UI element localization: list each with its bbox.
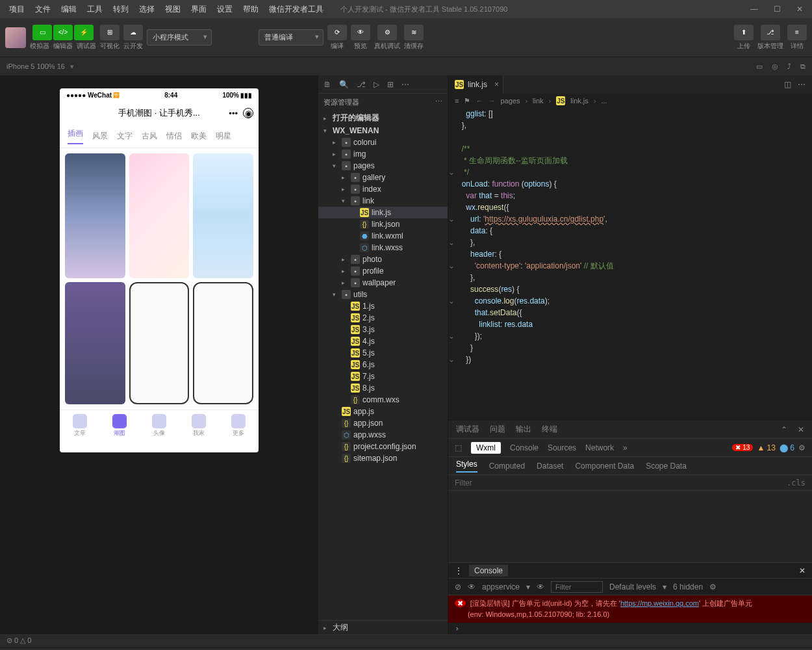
wallpaper-thumb[interactable] bbox=[193, 282, 253, 404]
mode-select[interactable]: 小程序模式 bbox=[147, 29, 212, 46]
tree-node[interactable]: ▸▪img bbox=[318, 148, 448, 160]
tree-node[interactable]: {}sitemap.json bbox=[318, 452, 448, 464]
terminal-tab[interactable]: 终端 bbox=[542, 424, 557, 435]
clear-cache-button[interactable]: ≋ bbox=[404, 25, 424, 40]
tree-node[interactable]: ▸▪index bbox=[318, 183, 448, 195]
editor-tab[interactable]: JSlink.js× bbox=[448, 75, 503, 94]
tree-node[interactable]: JS5.js bbox=[318, 347, 448, 359]
search-icon[interactable]: 🔍 bbox=[339, 80, 349, 89]
wallpaper-thumb[interactable] bbox=[65, 282, 125, 404]
info-badge[interactable]: ⬤ 6 bbox=[780, 443, 794, 452]
debugger-button[interactable]: ⚡ bbox=[74, 25, 94, 40]
computed-tab[interactable]: Computed bbox=[489, 462, 525, 471]
tree-node[interactable]: ▾▪link bbox=[318, 195, 448, 207]
tab-item[interactable]: 情侣 bbox=[166, 131, 182, 142]
error-link[interactable]: https://mp.weixin.qq.com bbox=[620, 599, 699, 607]
tab-item[interactable]: 古风 bbox=[142, 131, 157, 142]
minimize-icon[interactable]: — bbox=[746, 3, 762, 15]
tree-node[interactable]: ⬡app.wxss bbox=[318, 429, 448, 441]
tab-item[interactable]: 风景 bbox=[92, 131, 108, 142]
more-icon[interactable]: ⋯ bbox=[435, 98, 442, 107]
tree-node[interactable]: ▸▪colorui bbox=[318, 136, 448, 148]
menu-item[interactable]: 帮助 bbox=[239, 3, 262, 16]
version-button[interactable]: ⎇ bbox=[761, 25, 780, 40]
error-badge[interactable]: ✖ 13 bbox=[732, 444, 753, 451]
remote-debug-button[interactable]: ⚙ bbox=[377, 25, 397, 40]
wallpaper-thumb[interactable] bbox=[65, 153, 125, 278]
nav-item[interactable]: 文章 bbox=[73, 414, 87, 437]
more-icon[interactable]: » bbox=[623, 443, 628, 452]
context-select[interactable]: appservice bbox=[482, 582, 520, 592]
levels-select[interactable]: Default levels bbox=[609, 582, 656, 592]
wxml-tab[interactable]: Wxml bbox=[471, 442, 501, 454]
tree-node[interactable]: {}link.json bbox=[318, 218, 448, 230]
outline-label[interactable]: 大纲 bbox=[333, 622, 348, 633]
preview-button[interactable]: 👁 bbox=[351, 25, 370, 40]
maximize-icon[interactable]: ☐ bbox=[770, 3, 785, 15]
tree-node[interactable]: JS1.js bbox=[318, 300, 448, 312]
warn-badge[interactable]: ▲ 13 bbox=[757, 443, 776, 452]
filter-input[interactable] bbox=[551, 581, 603, 593]
more-icon[interactable]: ⋯ bbox=[798, 80, 806, 89]
menu-item[interactable]: 文件 bbox=[31, 3, 55, 16]
more-icon[interactable]: ••• bbox=[229, 109, 238, 118]
more-icon[interactable]: ⋯ bbox=[401, 80, 409, 89]
device-name[interactable]: iPhone 5 100% 16 bbox=[6, 62, 65, 70]
tree-node[interactable]: {}project.config.json bbox=[318, 441, 448, 452]
compile-select[interactable]: 普通编译 bbox=[259, 29, 324, 46]
nav-item[interactable]: 头像 bbox=[152, 414, 166, 437]
tree-node[interactable]: ▸▪photo bbox=[318, 254, 448, 265]
tree-node[interactable]: ▾WX_WENAN bbox=[318, 125, 448, 136]
avatar[interactable] bbox=[5, 27, 26, 48]
clear-icon[interactable]: ⊘ bbox=[455, 582, 461, 592]
tree-node[interactable]: JS3.js bbox=[318, 324, 448, 335]
tree-node[interactable]: JSlink.js bbox=[318, 207, 448, 218]
output-tab[interactable]: 输出 bbox=[516, 424, 531, 435]
details-button[interactable]: ≡ bbox=[787, 25, 807, 40]
tab-item[interactable]: 欧美 bbox=[191, 131, 207, 142]
tree-node[interactable]: ▸▪gallery bbox=[318, 172, 448, 183]
dataset-tab[interactable]: Dataset bbox=[537, 462, 563, 471]
tab-item[interactable]: 明星 bbox=[216, 131, 231, 142]
sources-tab[interactable]: Sources bbox=[548, 443, 576, 452]
target-icon[interactable]: ◎ bbox=[772, 62, 778, 71]
branch-icon[interactable]: ⎇ bbox=[357, 80, 366, 89]
split-icon[interactable]: ◫ bbox=[784, 80, 791, 89]
list-icon[interactable]: ≡ bbox=[455, 97, 459, 105]
menu-item[interactable]: 项目 bbox=[5, 3, 29, 16]
menu-item[interactable]: 选择 bbox=[135, 3, 159, 16]
wallpaper-thumb[interactable] bbox=[129, 153, 190, 278]
copy-icon[interactable]: ⧉ bbox=[800, 62, 806, 71]
network-tab[interactable]: Network bbox=[585, 443, 614, 452]
target-icon[interactable]: ◉ bbox=[243, 108, 253, 118]
inspect-icon[interactable]: ⬚ bbox=[455, 443, 462, 452]
eye-icon[interactable]: 👁 bbox=[468, 582, 476, 592]
console-tab[interactable]: Console bbox=[510, 443, 539, 452]
menu-item[interactable]: 界面 bbox=[187, 3, 210, 16]
close-icon[interactable]: ✕ bbox=[793, 3, 807, 15]
close-icon[interactable]: ✕ bbox=[799, 566, 806, 575]
menu-item[interactable]: 微信开发者工具 bbox=[265, 3, 327, 16]
tree-node[interactable]: ▸▪wallpaper bbox=[318, 277, 448, 289]
cloud-button[interactable]: ☁ bbox=[123, 25, 143, 40]
tree-node[interactable]: ▸▪profile bbox=[318, 265, 448, 277]
compile-button[interactable]: ⟳ bbox=[327, 25, 347, 40]
tree-node[interactable]: JS6.js bbox=[318, 359, 448, 370]
debug-icon[interactable]: ▷ bbox=[374, 80, 379, 89]
wallpaper-thumb[interactable] bbox=[129, 282, 190, 404]
breadcrumb[interactable]: ≡ ⚑ ←→ pages› link› JSlink.js› ... bbox=[448, 94, 812, 108]
tree-node[interactable]: JSapp.js bbox=[318, 406, 448, 417]
menu-item[interactable]: 转到 bbox=[109, 3, 133, 16]
tree-node[interactable]: {}app.json bbox=[318, 417, 448, 429]
phone-simulator[interactable]: ●●●●● WeChat🛜 8:44 100%▮▮▮ 手机潮图 · 让手机秀..… bbox=[60, 88, 259, 452]
tree-node[interactable]: ⬣link.wxml bbox=[318, 230, 448, 242]
tree-node[interactable]: ⬡link.wxss bbox=[318, 242, 448, 254]
nav-item[interactable]: 更多 bbox=[231, 414, 246, 437]
styles-tab[interactable]: Styles bbox=[456, 460, 477, 473]
tree-node[interactable]: JS7.js bbox=[318, 370, 448, 382]
upload-button[interactable]: ⬆ bbox=[734, 25, 754, 40]
menu-item[interactable]: 设置 bbox=[213, 3, 236, 16]
console-toggle[interactable]: ⋮ bbox=[455, 566, 463, 575]
console-prompt[interactable]: › bbox=[448, 623, 812, 634]
nav-item[interactable]: 潮图 bbox=[112, 414, 127, 437]
